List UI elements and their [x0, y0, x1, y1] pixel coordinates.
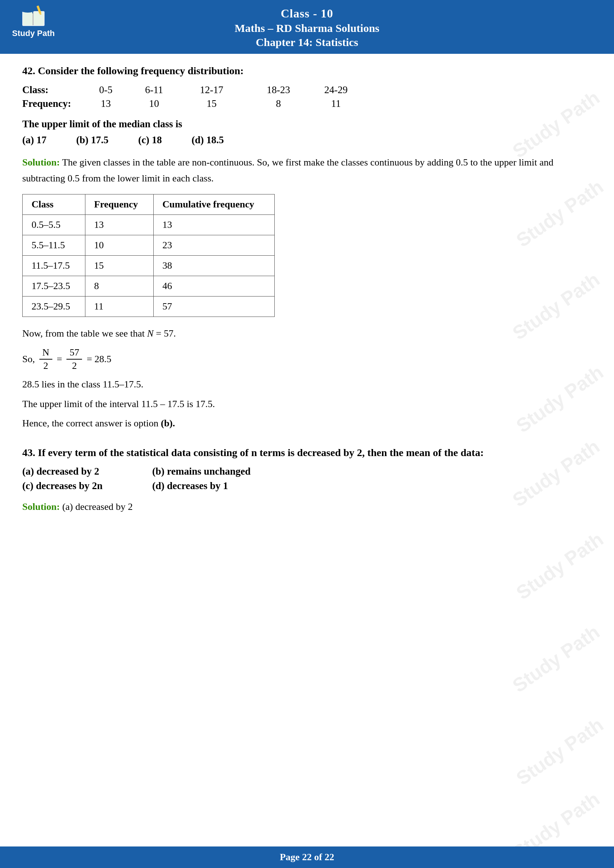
watermark-8: Study Path [512, 714, 608, 790]
table-cell-1: 11 [85, 296, 154, 316]
table-cell-0: 5.5–11.5 [23, 235, 85, 255]
q43-option-a: (a) decreased by 2 [22, 466, 141, 477]
freq-15: 15 [178, 98, 245, 110]
q42-options: (a) 17 (b) 17.5 (c) 18 (d) 18.5 [22, 134, 592, 146]
class-label: Class: [22, 84, 82, 96]
option-d: (d) 18.5 [192, 134, 224, 146]
page-header: Study Path Class - 10 Maths – RD Sharma … [0, 0, 614, 54]
svg-rect-1 [23, 12, 33, 25]
table-row: 23.5–29.51157 [23, 296, 275, 316]
svg-rect-2 [34, 12, 44, 25]
svg-rect-7 [26, 8, 29, 11]
watermark-2: Study Path [512, 175, 608, 252]
q43-title: 43. If every term of the statistical dat… [22, 445, 592, 460]
logo: Study Path [8, 4, 59, 48]
so-text: So, [22, 353, 35, 365]
header-subject: Maths – RD Sharma Solutions [4, 22, 610, 34]
q43-solution-label: Solution: [22, 501, 60, 512]
q43-option-d: (d) decreases by 1 [152, 480, 592, 492]
q43-option-b: (b) remains unchanged [152, 466, 592, 477]
freq-values-row: Frequency: 13 10 15 8 11 [22, 98, 592, 110]
table-row: 5.5–11.51023 [23, 235, 275, 255]
q42-data-table: Class Frequency Cumulative frequency 0.5… [22, 194, 275, 317]
q42-question: The upper limit of the median class is [22, 118, 592, 130]
equals-sign: = [57, 353, 62, 365]
col-frequency: Frequency [85, 194, 154, 214]
class-lies-text: 28.5 lies in the class 11.5–17.5. [22, 377, 592, 393]
table-cell-0: 23.5–29.5 [23, 296, 85, 316]
option-a: (a) 17 [22, 134, 47, 146]
col-class: Class [23, 194, 85, 214]
table-cell-2: 13 [154, 214, 274, 235]
q43-option-c: (c) decreases by 2n [22, 480, 141, 492]
table-cell-2: 38 [154, 255, 274, 276]
fraction-display: So, N 2 = 57 2 = 28.5 [22, 347, 592, 372]
freq-13: 13 [82, 98, 130, 110]
q42-freq-table: Class: 0-5 6-11 12-17 18-23 24-29 Freque… [22, 84, 592, 110]
q42-title: 42. Consider the following frequency dis… [22, 65, 592, 77]
freq-11: 11 [312, 98, 360, 110]
table-row: 0.5–5.51313 [23, 214, 275, 235]
solution-intro-text: The given classes in the table are non-c… [22, 157, 554, 184]
table-row: 17.5–23.5846 [23, 276, 275, 296]
page-number: Page 22 of 22 [280, 852, 335, 862]
q43-options: (a) decreased by 2 (b) remains unchanged… [22, 466, 592, 492]
logo-icon [19, 4, 48, 28]
table-cell-1: 13 [85, 214, 154, 235]
col-cumulative: Cumulative frequency [154, 194, 274, 214]
class-1217: 12-17 [178, 84, 245, 96]
table-cell-1: 8 [85, 276, 154, 296]
option-c: (c) 18 [138, 134, 162, 146]
hence-prefix: Hence, the correct answer is option [22, 418, 158, 429]
class-1823: 18-23 [245, 84, 312, 96]
class-05: 0-5 [82, 84, 130, 96]
header-chapter: Chapter 14: Statistics [4, 36, 610, 49]
watermark-7: Study Path [509, 621, 604, 697]
answer-option: (b). [161, 418, 175, 429]
freq-8: 8 [245, 98, 312, 110]
n-equals-text: Now, from the table we see that N = 57. [22, 326, 592, 342]
table-cell-2: 46 [154, 276, 274, 296]
class-2429: 24-29 [312, 84, 360, 96]
table-header-row: Class Frequency Cumulative frequency [23, 194, 275, 214]
freq-class-row: Class: 0-5 6-11 12-17 18-23 24-29 [22, 84, 592, 96]
upper-limit-text: The upper limit of the interval 11.5 – 1… [22, 396, 592, 412]
freq-label: Frequency: [22, 98, 82, 110]
table-row: 11.5–17.51538 [23, 255, 275, 276]
class-611: 6-11 [130, 84, 178, 96]
equals-285: = 28.5 [87, 353, 112, 365]
option-b: (b) 17.5 [76, 134, 109, 146]
watermark-6: Study Path [512, 528, 608, 604]
table-cell-2: 23 [154, 235, 274, 255]
table-cell-2: 57 [154, 296, 274, 316]
table-cell-0: 17.5–23.5 [23, 276, 85, 296]
q42-solution-intro: Solution: The given classes in the table… [22, 155, 592, 187]
fraction-572: 57 2 [67, 347, 82, 372]
solution-label: Solution: [22, 157, 60, 168]
freq-10: 10 [130, 98, 178, 110]
header-class: Class - 10 [4, 7, 610, 20]
q43-solution-text: (a) decreased by 2 [62, 501, 133, 512]
hence-text: Hence, the correct answer is option (b). [22, 415, 592, 432]
table-cell-0: 11.5–17.5 [23, 255, 85, 276]
table-cell-1: 15 [85, 255, 154, 276]
table-cell-0: 0.5–5.5 [23, 214, 85, 235]
page-footer: Page 22 of 22 [0, 846, 614, 868]
logo-text: Study Path [12, 29, 55, 38]
q43-solution: Solution: (a) decreased by 2 [22, 499, 592, 515]
main-content: Study Path Study Path Study Path Study P… [0, 54, 614, 537]
fraction-n2: N 2 [39, 347, 52, 372]
table-cell-1: 10 [85, 235, 154, 255]
